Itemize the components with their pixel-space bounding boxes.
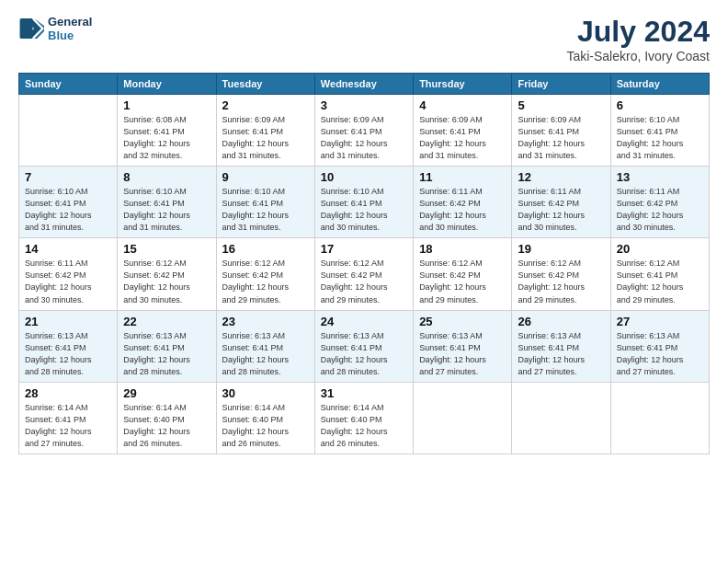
day-info: Sunrise: 6:12 AM Sunset: 6:42 PM Dayligh… xyxy=(321,258,407,305)
calendar-cell: 12Sunrise: 6:11 AM Sunset: 6:42 PM Dayli… xyxy=(512,167,610,238)
day-info: Sunrise: 6:11 AM Sunset: 6:42 PM Dayligh… xyxy=(25,258,111,305)
calendar-cell: 13Sunrise: 6:11 AM Sunset: 6:42 PM Dayli… xyxy=(610,167,709,238)
day-number: 2 xyxy=(222,98,309,112)
day-number: 31 xyxy=(321,386,407,400)
calendar-cell: 20Sunrise: 6:12 AM Sunset: 6:41 PM Dayli… xyxy=(610,238,709,310)
calendar-cell: 30Sunrise: 6:14 AM Sunset: 6:40 PM Dayli… xyxy=(216,382,314,454)
day-number: 17 xyxy=(321,242,407,256)
day-number: 9 xyxy=(222,170,309,184)
calendar-cell: 31Sunrise: 6:14 AM Sunset: 6:40 PM Dayli… xyxy=(314,382,413,454)
calendar-cell: 6Sunrise: 6:10 AM Sunset: 6:41 PM Daylig… xyxy=(610,95,709,167)
calendar-cell: 16Sunrise: 6:12 AM Sunset: 6:42 PM Dayli… xyxy=(216,238,314,310)
day-header-saturday: Saturday xyxy=(610,74,709,95)
day-info: Sunrise: 6:13 AM Sunset: 6:41 PM Dayligh… xyxy=(222,330,309,378)
calendar-cell: 2Sunrise: 6:09 AM Sunset: 6:41 PM Daylig… xyxy=(216,95,314,167)
calendar-cell xyxy=(512,382,610,454)
day-header-friday: Friday xyxy=(512,74,610,95)
day-header-tuesday: Tuesday xyxy=(216,74,314,95)
day-info: Sunrise: 6:11 AM Sunset: 6:42 PM Dayligh… xyxy=(518,186,604,234)
day-number: 3 xyxy=(321,98,407,112)
day-info: Sunrise: 6:13 AM Sunset: 6:41 PM Dayligh… xyxy=(617,330,703,378)
day-number: 19 xyxy=(518,242,604,256)
calendar-cell: 14Sunrise: 6:11 AM Sunset: 6:42 PM Dayli… xyxy=(19,238,118,310)
day-info: Sunrise: 6:14 AM Sunset: 6:40 PM Dayligh… xyxy=(321,402,407,450)
calendar-cell: 10Sunrise: 6:10 AM Sunset: 6:41 PM Dayli… xyxy=(314,167,413,238)
calendar-cell: 24Sunrise: 6:13 AM Sunset: 6:41 PM Dayli… xyxy=(314,310,413,382)
calendar-cell: 17Sunrise: 6:12 AM Sunset: 6:42 PM Dayli… xyxy=(314,238,413,310)
logo-text: General Blue xyxy=(48,15,92,42)
day-number: 15 xyxy=(123,242,210,256)
day-header-thursday: Thursday xyxy=(414,74,512,95)
day-info: Sunrise: 6:12 AM Sunset: 6:42 PM Dayligh… xyxy=(222,258,309,305)
day-number: 24 xyxy=(321,315,407,328)
day-info: Sunrise: 6:13 AM Sunset: 6:41 PM Dayligh… xyxy=(25,330,111,378)
calendar-cell: 1Sunrise: 6:08 AM Sunset: 6:41 PM Daylig… xyxy=(118,95,216,167)
calendar-cell: 15Sunrise: 6:12 AM Sunset: 6:42 PM Dayli… xyxy=(118,238,216,310)
day-info: Sunrise: 6:13 AM Sunset: 6:41 PM Dayligh… xyxy=(518,330,604,378)
day-info: Sunrise: 6:09 AM Sunset: 6:41 PM Dayligh… xyxy=(321,114,407,162)
day-number: 18 xyxy=(419,242,506,256)
page-header: General Blue July 2024 Taki-Salekro, Ivo… xyxy=(18,15,710,63)
day-number: 5 xyxy=(518,98,604,112)
calendar-cell: 5Sunrise: 6:09 AM Sunset: 6:41 PM Daylig… xyxy=(512,95,610,167)
sub-title: Taki-Salekro, Ivory Coast xyxy=(566,49,710,63)
calendar-cell: 26Sunrise: 6:13 AM Sunset: 6:41 PM Dayli… xyxy=(512,310,610,382)
day-number: 28 xyxy=(25,386,111,400)
calendar-cell: 8Sunrise: 6:10 AM Sunset: 6:41 PM Daylig… xyxy=(118,167,216,238)
day-info: Sunrise: 6:09 AM Sunset: 6:41 PM Dayligh… xyxy=(419,114,506,162)
day-number: 26 xyxy=(518,315,604,328)
day-number: 10 xyxy=(321,170,407,184)
calendar-header-row: SundayMondayTuesdayWednesdayThursdayFrid… xyxy=(19,74,710,95)
day-number: 21 xyxy=(25,315,111,328)
day-number: 29 xyxy=(123,386,210,400)
calendar-cell: 19Sunrise: 6:12 AM Sunset: 6:42 PM Dayli… xyxy=(512,238,610,310)
calendar-cell: 27Sunrise: 6:13 AM Sunset: 6:41 PM Dayli… xyxy=(610,310,709,382)
logo-icon xyxy=(18,16,44,41)
day-info: Sunrise: 6:11 AM Sunset: 6:42 PM Dayligh… xyxy=(617,186,703,234)
calendar-cell: 7Sunrise: 6:10 AM Sunset: 6:41 PM Daylig… xyxy=(19,167,118,238)
day-header-monday: Monday xyxy=(118,74,216,95)
day-number: 30 xyxy=(222,386,309,400)
day-header-sunday: Sunday xyxy=(19,74,118,95)
calendar-cell xyxy=(610,382,709,454)
calendar-cell: 4Sunrise: 6:09 AM Sunset: 6:41 PM Daylig… xyxy=(414,95,512,167)
calendar-week-4: 21Sunrise: 6:13 AM Sunset: 6:41 PM Dayli… xyxy=(19,310,710,382)
title-block: July 2024 Taki-Salekro, Ivory Coast xyxy=(566,15,710,63)
calendar-cell: 21Sunrise: 6:13 AM Sunset: 6:41 PM Dayli… xyxy=(19,310,118,382)
svg-rect-2 xyxy=(20,18,33,39)
day-number: 20 xyxy=(617,242,703,256)
calendar-cell: 11Sunrise: 6:11 AM Sunset: 6:42 PM Dayli… xyxy=(414,167,512,238)
day-number: 27 xyxy=(617,315,703,328)
day-number: 11 xyxy=(419,170,506,184)
day-info: Sunrise: 6:14 AM Sunset: 6:40 PM Dayligh… xyxy=(222,402,309,450)
day-info: Sunrise: 6:10 AM Sunset: 6:41 PM Dayligh… xyxy=(617,114,703,162)
day-info: Sunrise: 6:12 AM Sunset: 6:42 PM Dayligh… xyxy=(518,258,604,305)
day-number: 14 xyxy=(25,242,111,256)
calendar-cell: 9Sunrise: 6:10 AM Sunset: 6:41 PM Daylig… xyxy=(216,167,314,238)
day-number: 16 xyxy=(222,242,309,256)
day-info: Sunrise: 6:09 AM Sunset: 6:41 PM Dayligh… xyxy=(222,114,309,162)
calendar-week-2: 7Sunrise: 6:10 AM Sunset: 6:41 PM Daylig… xyxy=(19,167,710,238)
day-info: Sunrise: 6:12 AM Sunset: 6:42 PM Dayligh… xyxy=(123,258,210,305)
calendar-week-5: 28Sunrise: 6:14 AM Sunset: 6:41 PM Dayli… xyxy=(19,382,710,454)
day-header-wednesday: Wednesday xyxy=(314,74,413,95)
main-title: July 2024 xyxy=(566,15,710,49)
calendar-cell xyxy=(19,95,118,167)
day-number: 25 xyxy=(419,315,506,328)
day-info: Sunrise: 6:13 AM Sunset: 6:41 PM Dayligh… xyxy=(419,330,506,378)
day-number: 23 xyxy=(222,315,309,328)
day-info: Sunrise: 6:10 AM Sunset: 6:41 PM Dayligh… xyxy=(222,186,309,234)
calendar-cell: 29Sunrise: 6:14 AM Sunset: 6:40 PM Dayli… xyxy=(118,382,216,454)
calendar-table: SundayMondayTuesdayWednesdayThursdayFrid… xyxy=(18,73,710,454)
day-number: 4 xyxy=(419,98,506,112)
day-number: 13 xyxy=(617,170,703,184)
calendar-cell: 23Sunrise: 6:13 AM Sunset: 6:41 PM Dayli… xyxy=(216,310,314,382)
day-number: 6 xyxy=(617,98,703,112)
calendar-cell: 28Sunrise: 6:14 AM Sunset: 6:41 PM Dayli… xyxy=(19,382,118,454)
day-info: Sunrise: 6:13 AM Sunset: 6:41 PM Dayligh… xyxy=(123,330,210,378)
day-info: Sunrise: 6:14 AM Sunset: 6:41 PM Dayligh… xyxy=(25,402,111,450)
day-info: Sunrise: 6:09 AM Sunset: 6:41 PM Dayligh… xyxy=(518,114,604,162)
day-info: Sunrise: 6:10 AM Sunset: 6:41 PM Dayligh… xyxy=(25,186,111,234)
day-info: Sunrise: 6:12 AM Sunset: 6:42 PM Dayligh… xyxy=(419,258,506,305)
day-info: Sunrise: 6:11 AM Sunset: 6:42 PM Dayligh… xyxy=(419,186,506,234)
